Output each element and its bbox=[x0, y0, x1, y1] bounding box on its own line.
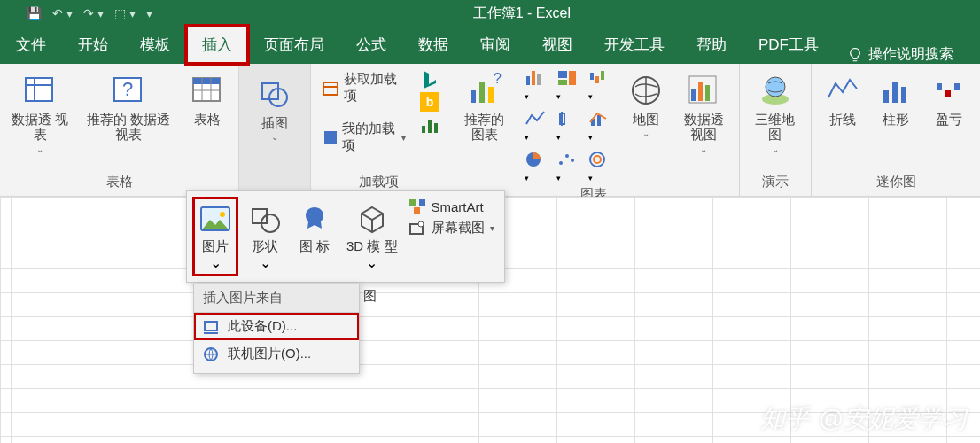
tab-formulas[interactable]: 公式 bbox=[340, 26, 402, 64]
bing-maps-icon[interactable] bbox=[420, 69, 439, 89]
get-addins-button[interactable]: 获取加载项 bbox=[318, 69, 409, 106]
icons-icon bbox=[297, 202, 332, 237]
tab-review[interactable]: 审阅 bbox=[464, 26, 526, 64]
pivot-chart-icon bbox=[684, 71, 723, 110]
svg-rect-28 bbox=[569, 71, 576, 85]
waterfall-chart-icon[interactable]: ▾ bbox=[588, 69, 611, 103]
qat-customize-icon[interactable]: ▾ bbox=[146, 6, 152, 20]
svg-rect-50 bbox=[883, 90, 889, 103]
recommended-pivot-icon: ? bbox=[109, 71, 148, 110]
maps-button[interactable]: 地图 ⌄ bbox=[622, 69, 670, 140]
tab-home[interactable]: 开始 bbox=[62, 26, 124, 64]
illustrations-button[interactable]: 插图 ⌄ bbox=[246, 69, 303, 147]
svg-text:b: b bbox=[426, 95, 434, 109]
pivot-chart-button[interactable]: 数据透视图 ⌄ bbox=[675, 69, 732, 156]
pivot-chart-label: 数据透视图 bbox=[679, 112, 728, 143]
model-3d-icon bbox=[354, 202, 390, 237]
table-button[interactable]: 表格 bbox=[183, 69, 231, 128]
line-chart-icon[interactable]: ▾ bbox=[525, 110, 548, 144]
chevron-down-icon: ⌄ bbox=[210, 254, 222, 271]
hierarchy-chart-icon[interactable]: ▾ bbox=[556, 69, 579, 103]
svg-rect-30 bbox=[590, 73, 594, 80]
recommended-pivot-button[interactable]: ? 推荐的 数据透视表 bbox=[79, 69, 179, 144]
touch-mode-icon[interactable]: ⬚ ▾ bbox=[114, 6, 136, 20]
tab-developer[interactable]: 开发工具 bbox=[588, 26, 681, 64]
smartart-button[interactable]: SmartArt bbox=[408, 198, 494, 214]
svg-rect-19 bbox=[434, 123, 438, 133]
map-3d-button[interactable]: 三维地 图 ⌄ bbox=[747, 69, 804, 156]
people-graph-icon[interactable] bbox=[420, 115, 439, 135]
illustrations-icon bbox=[255, 74, 294, 113]
chevron-down-icon: ⌄ bbox=[260, 254, 271, 271]
svg-rect-6 bbox=[193, 78, 220, 84]
model-3d-button[interactable]: 3D 模 型 ⌄ bbox=[343, 198, 401, 275]
tab-insert[interactable]: 插入 bbox=[186, 26, 248, 64]
tab-pdf-tools[interactable]: PDF工具 bbox=[743, 26, 835, 64]
pivot-table-button[interactable]: 数据透 视表 ⌄ bbox=[7, 69, 74, 156]
chevron-down-icon: ⌄ bbox=[366, 254, 377, 271]
from-this-device-item[interactable]: 此设备(D)... bbox=[194, 313, 359, 340]
tab-page-layout[interactable]: 页面布局 bbox=[248, 26, 340, 64]
svg-rect-22 bbox=[488, 87, 494, 103]
svg-point-39 bbox=[565, 154, 569, 158]
svg-point-41 bbox=[590, 152, 604, 167]
svg-rect-24 bbox=[526, 76, 530, 85]
document-title: 工作簿1 - Excel bbox=[152, 4, 980, 23]
puzzle-icon bbox=[322, 128, 336, 146]
scatter-chart-icon[interactable]: ▾ bbox=[556, 151, 579, 184]
svg-rect-62 bbox=[414, 207, 420, 214]
sparkline-winloss-button[interactable]: 盈亏 bbox=[925, 69, 973, 128]
shapes-button[interactable]: 形状 ⌄ bbox=[244, 198, 286, 275]
online-pictures-item[interactable]: 联机图片(O)... bbox=[194, 340, 359, 368]
group-addins: 获取加载项 我的加载项 ▾ b 加载项 bbox=[311, 64, 447, 196]
svg-rect-60 bbox=[409, 199, 416, 206]
svg-rect-61 bbox=[419, 199, 425, 206]
surface-chart-icon[interactable]: ▾ bbox=[588, 151, 611, 184]
save-icon[interactable]: 💾 bbox=[27, 6, 42, 20]
sparkline-column-label: 柱形 bbox=[883, 112, 909, 127]
combo-chart-icon[interactable]: ▾ bbox=[588, 110, 611, 144]
ribbon-tabs: 文件 开始 模板 插入 页面布局 公式 数据 审阅 视图 开发工具 帮助 PDF… bbox=[0, 27, 980, 64]
svg-point-64 bbox=[418, 222, 424, 227]
tab-view[interactable]: 视图 bbox=[526, 26, 588, 64]
pictures-button[interactable]: 图片 ⌄ bbox=[194, 198, 237, 275]
globe-icon bbox=[203, 346, 221, 362]
lightbulb-icon bbox=[847, 47, 863, 63]
svg-rect-18 bbox=[428, 120, 432, 133]
group-charts: ? 推荐的 图表 ▾ ▾ ▾ ▾ ▾ ▾ ▾ ▾ ▾ bbox=[447, 64, 740, 196]
icons-button[interactable]: 图 标 bbox=[293, 198, 336, 275]
undo-icon[interactable]: ↶ ▾ bbox=[52, 6, 73, 20]
redo-icon[interactable]: ↷ ▾ bbox=[83, 6, 104, 20]
pie-chart-icon[interactable]: ▾ bbox=[525, 151, 548, 184]
pictures-label: 图片 bbox=[202, 239, 229, 254]
sparkline-line-icon bbox=[823, 71, 862, 110]
screenshot-label: 屏幕截图 bbox=[432, 220, 485, 237]
svg-point-40 bbox=[571, 159, 574, 162]
svg-rect-0 bbox=[26, 78, 52, 101]
sparkline-winloss-label: 盈亏 bbox=[936, 112, 962, 127]
tab-template[interactable]: 模板 bbox=[124, 26, 186, 64]
chevron-down-icon: ▾ bbox=[401, 133, 406, 143]
screenshot-icon bbox=[408, 221, 426, 237]
recommended-charts-icon: ? bbox=[465, 71, 504, 110]
svg-rect-53 bbox=[937, 83, 942, 90]
tab-data[interactable]: 数据 bbox=[402, 26, 464, 64]
statistic-chart-icon[interactable]: ▾ bbox=[556, 110, 579, 144]
svg-rect-55 bbox=[954, 83, 960, 90]
tab-help[interactable]: 帮助 bbox=[681, 26, 743, 64]
bing-icon[interactable]: b bbox=[420, 92, 439, 112]
sparkline-line-button[interactable]: 折线 bbox=[819, 69, 867, 128]
tell-me-search[interactable]: 操作说明搜索 bbox=[835, 45, 966, 64]
recommended-charts-label: 推荐的 图表 bbox=[458, 112, 510, 143]
tab-file[interactable]: 文件 bbox=[0, 26, 62, 64]
svg-point-49 bbox=[766, 77, 785, 97]
svg-rect-27 bbox=[558, 71, 567, 78]
svg-rect-29 bbox=[558, 80, 567, 85]
group-tours-label: 演示 bbox=[747, 172, 804, 194]
screenshot-button[interactable]: 屏幕截图 ▾ bbox=[408, 220, 494, 237]
svg-rect-25 bbox=[532, 71, 535, 85]
sparkline-column-button[interactable]: 柱形 bbox=[872, 69, 920, 128]
column-chart-icon[interactable]: ▾ bbox=[525, 69, 548, 103]
my-addins-button[interactable]: 我的加载项 ▾ bbox=[318, 119, 409, 156]
recommended-charts-button[interactable]: ? 推荐的 图表 bbox=[455, 69, 514, 144]
